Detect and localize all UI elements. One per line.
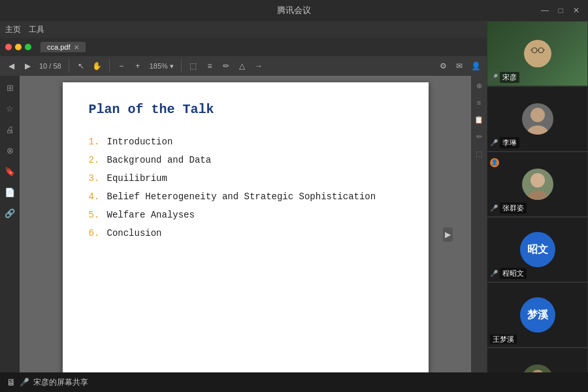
pdf-page-area: Plan of the Talk 1. Introduction 2. Back…	[20, 76, 471, 392]
shape-tool[interactable]: △	[235, 59, 250, 73]
tab-close[interactable]: ✕	[74, 44, 79, 51]
titlebar: 腾讯会议 — □ ✕	[0, 0, 588, 21]
close-button[interactable]: ✕	[571, 5, 581, 16]
select-tool[interactable]: ⬚	[186, 59, 201, 73]
mic-muted-icon: 🎤	[490, 270, 498, 277]
menu-home[interactable]: 主页	[5, 24, 21, 35]
window-controls[interactable]: — □ ✕	[540, 5, 581, 16]
mic-muted-icon: 🎤	[490, 139, 498, 146]
hand-tool[interactable]: ✋	[90, 59, 105, 73]
page-indicator: 10 / 58	[37, 62, 64, 70]
zoom-in-btn[interactable]: +	[131, 59, 145, 73]
participant-3-name: 张群姿	[500, 203, 527, 214]
mic-active-icon: 🎤	[490, 74, 498, 81]
participant-5-name: 王梦溪	[490, 335, 517, 344]
pdf-page-title: Plan of the Talk	[89, 102, 402, 117]
right-panel-icon-3[interactable]: 📋	[472, 112, 486, 127]
main-layout: 主页 工具 cca.pdf ✕ ◀ ▶ 10 / 58	[0, 21, 588, 392]
pdf-toolbar: ◀ ▶ 10 / 58 ↖ ✋ − + 185% ▾ ⬚ ≡ ✏ △ → ⚙ ✉…	[0, 56, 487, 76]
toolbar-user[interactable]: 👤	[468, 59, 483, 73]
sep1	[69, 59, 69, 73]
nav-prev-btn[interactable]: ◀	[4, 59, 18, 73]
svg-point-7	[531, 108, 545, 122]
screen-share-icon: 🖥	[7, 377, 16, 387]
menu-bar: 主页 工具	[0, 21, 487, 38]
avatar-text: 昭文	[527, 243, 548, 257]
avatar-face	[524, 40, 551, 67]
app-title: 腾讯会议	[277, 5, 311, 16]
left-icon-link[interactable]: 🔗	[3, 206, 16, 220]
toolbar-msg[interactable]: ✉	[452, 59, 466, 73]
participant-card[interactable]: 昭文 🎤 程昭文	[487, 217, 588, 282]
status-bar: 🖥 🎤 宋彦的屏幕共享	[0, 372, 588, 392]
list-item: 3. Equilibrium	[89, 173, 402, 184]
pdf-tab[interactable]: cca.pdf ✕	[41, 42, 86, 52]
mic-active-icon: 🎤	[490, 204, 498, 212]
annotate-tool[interactable]: ✏	[219, 59, 233, 73]
svg-point-10	[527, 191, 548, 200]
pointer-tool[interactable]: ↖	[74, 59, 88, 73]
pdf-viewer-container: ⊞ ☆ 🖨 ⊗ 🔖 📄 🔗 ◀ Plan of the Talk 1. In	[0, 76, 487, 392]
participant-card[interactable]: 👤 🎤 张群姿	[487, 152, 588, 217]
right-panel-icon-2[interactable]: ≡	[472, 95, 486, 110]
pdf-page: Plan of the Talk 1. Introduction 2. Back…	[63, 82, 429, 392]
minimize-button[interactable]: —	[540, 5, 550, 16]
list-item: 6. Conclusion	[89, 228, 402, 238]
tab-bar: cca.pdf ✕	[0, 38, 487, 56]
zoom-out-btn[interactable]: −	[114, 59, 129, 73]
left-icon-bookmark[interactable]: 🔖	[3, 165, 16, 178]
left-icon-1[interactable]: ⊞	[3, 81, 16, 94]
right-panel-icon-5[interactable]: ⬚	[472, 146, 486, 161]
maximize-button[interactable]: □	[555, 5, 566, 16]
left-icon-4[interactable]: ⊗	[3, 144, 16, 157]
expand-panel-btn[interactable]: ▶	[443, 227, 453, 242]
right-panel-icon-1[interactable]: ⊕	[472, 78, 486, 93]
participant-2-name: 李琳	[500, 137, 519, 148]
pdf-list: 1. Introduction 2. Background and Data 3…	[89, 137, 402, 238]
participant-card[interactable]: 🎤 宋彦	[487, 21, 588, 86]
nav-next-btn[interactable]: ▶	[20, 59, 35, 73]
sep2	[109, 59, 110, 73]
svg-point-9	[531, 173, 545, 188]
pdf-right-panel: ⊕ ≡ 📋 ✏ ⬚ ⚙	[471, 76, 487, 392]
left-icon-3[interactable]: 🖨	[3, 123, 16, 136]
participant-1-name: 宋彦	[500, 72, 519, 83]
pdf-area: 主页 工具 cca.pdf ✕ ◀ ▶ 10 / 58	[0, 21, 487, 392]
participant-card[interactable]: 🎤 李琳	[487, 86, 588, 152]
toolbar-extra[interactable]: ⚙	[436, 59, 450, 73]
screen-share-text: 宋彦的屏幕共享	[33, 377, 88, 388]
svg-point-1	[529, 58, 547, 67]
badge-icon: 👤	[490, 155, 499, 167]
list-item: 4. Belief Heterogeneity and Strategic So…	[89, 191, 402, 202]
minimize-dot[interactable]	[15, 44, 22, 50]
left-icon-2[interactable]: ☆	[3, 102, 16, 115]
close-dot[interactable]	[5, 44, 12, 50]
list-item: 2. Background and Data	[89, 155, 402, 165]
forward-btn[interactable]: →	[252, 59, 266, 73]
scroll-tool[interactable]: ≡	[203, 59, 217, 73]
tab-filename: cca.pdf	[47, 43, 70, 51]
svg-point-8	[527, 125, 548, 135]
list-item: 5. Welfare Analyses	[89, 210, 402, 220]
zoom-display[interactable]: 185% ▾	[147, 62, 176, 71]
left-panel: ⊞ ☆ 🖨 ⊗ 🔖 📄 🔗 ◀	[0, 76, 20, 392]
screen-share-mic-icon: 🎤	[20, 378, 29, 387]
list-item: 1. Introduction	[89, 137, 402, 147]
participant-card[interactable]: 梦溪 王梦溪	[487, 282, 588, 348]
sep3	[181, 59, 182, 73]
menu-tools[interactable]: 工具	[29, 24, 44, 35]
right-panel-icon-4[interactable]: ✏	[472, 129, 486, 144]
participant-4-name: 程昭文	[500, 268, 527, 279]
participants-panel: 🎤 宋彦 🎤 李琳	[487, 21, 588, 392]
avatar-text: 梦溪	[527, 308, 548, 322]
maximize-dot[interactable]	[25, 44, 31, 50]
left-icon-page[interactable]: 📄	[3, 186, 16, 199]
